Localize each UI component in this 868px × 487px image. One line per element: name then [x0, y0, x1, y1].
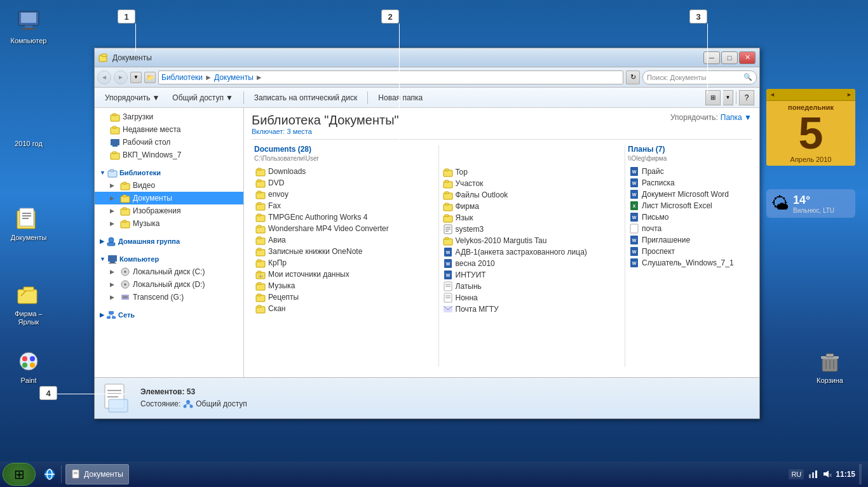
file-item[interactable]: TMPGEnc Authoring Works 4 — [254, 211, 436, 223]
svg-point-15 — [22, 363, 27, 368]
file-item[interactable]: Нонна — [442, 292, 623, 304]
refresh-button[interactable]: ↻ — [626, 70, 640, 84]
file-item[interactable]: W Слушатель_Windows_7_1 — [628, 257, 749, 269]
maximize-button[interactable]: □ — [721, 51, 738, 64]
burn-button[interactable]: Записать на оптический диск — [249, 90, 363, 105]
desktop-icon-firma[interactable]: Фирма – Ярлык — [3, 279, 54, 329]
desktop-icon-paint[interactable]: Paint — [3, 346, 54, 387]
file-item[interactable]: W весна 2010 — [442, 258, 623, 269]
file-item[interactable]: db Мои источники данных — [254, 269, 436, 280]
svg-rect-47 — [109, 263, 116, 264]
breadcrumb-documents[interactable]: Документы — [214, 73, 254, 82]
desktop-icon-computer[interactable]: Компьютер — [3, 6, 54, 48]
language-indicator[interactable]: RU — [789, 469, 804, 479]
network-tray-icon — [808, 469, 818, 479]
dropdown-button[interactable]: ▼ — [130, 72, 142, 83]
sidebar-item-recent[interactable]: Недавние места — [95, 123, 243, 136]
taskbar: ⊞ Документы RU )))) 11:15 — [0, 462, 868, 487]
file-item[interactable]: почта — [628, 223, 749, 234]
desktop-icon-recycle[interactable]: Корзина — [804, 346, 855, 387]
file-item[interactable]: Латынь — [442, 281, 623, 292]
file-item[interactable]: envoy — [254, 189, 436, 200]
folder-icon — [443, 190, 453, 200]
file-item[interactable]: W Прайс — [628, 166, 749, 177]
help-button[interactable]: ? — [739, 90, 754, 105]
arrange-value[interactable]: Папка ▼ — [721, 113, 752, 122]
show-desktop-btn[interactable] — [859, 464, 862, 484]
view-arrow[interactable]: ▼ — [723, 90, 733, 105]
file-item[interactable]: W Документ Microsoft Word — [628, 189, 749, 200]
breadcrumb-icon[interactable]: 📁 — [144, 72, 156, 83]
file-item[interactable]: DVD — [254, 177, 436, 189]
file-item[interactable]: Файлы Outlook — [442, 189, 623, 201]
file-item[interactable]: system3 — [442, 223, 623, 235]
file-item[interactable]: Записные книжки OneNote — [254, 246, 436, 257]
file-item[interactable]: Музыка — [254, 280, 436, 291]
quick-launch-ie[interactable] — [41, 465, 58, 483]
file-item[interactable]: Язык — [442, 212, 623, 223]
search-icon: 🔍 — [743, 73, 752, 81]
calendar-widget[interactable]: ◄ ► понедельник 5 Апрель 2010 — [766, 89, 855, 166]
status-label: Состояние: — [140, 399, 180, 408]
file-item[interactable]: Top — [442, 166, 623, 178]
minimize-button[interactable]: ─ — [703, 51, 720, 64]
file-item[interactable]: X Лист Microsoft Excel — [628, 200, 749, 211]
file-item[interactable]: Fax — [254, 200, 436, 211]
file-item[interactable]: W ИНТУИТ — [442, 269, 623, 281]
sidebar-item-vkp[interactable]: ВКП_Windows_7 — [95, 149, 243, 161]
forward-button[interactable]: ► — [114, 70, 128, 84]
breadcrumb-libraries[interactable]: Библиотеки — [161, 73, 203, 82]
back-button[interactable]: ◄ — [97, 70, 111, 84]
sidebar-item-disk-d[interactable]: ▶ Локальный диск (D:) — [95, 278, 243, 291]
file-item[interactable]: Downloads — [254, 166, 436, 177]
file-item[interactable]: Velykos-2010 Margutis Tau — [442, 235, 623, 246]
folder-icon — [443, 213, 453, 223]
file-item[interactable]: Почта МГТУ — [442, 304, 623, 315]
file-item[interactable]: КрПр — [254, 257, 436, 269]
sidebar-item-documents[interactable]: ▶ Документы — [95, 192, 243, 204]
sidebar-item-video[interactable]: ▶ Видео — [95, 179, 243, 192]
file-item[interactable]: Авиа — [254, 234, 436, 246]
folder-icon — [255, 166, 266, 177]
file-item[interactable]: Рецепты — [254, 291, 436, 303]
explorer-window: Документы ─ □ ✕ ◄ ► ▼ 📁 Библиотеки ► Док… — [94, 48, 760, 419]
library-includes: Включает: 3 места — [252, 128, 399, 135]
file-item[interactable]: W Проспект — [628, 246, 749, 257]
sidebar-computer[interactable]: ▼ Компьютер — [95, 251, 243, 265]
file-item[interactable]: W АДВ-1(анкета застрахованного лица) — [442, 246, 623, 258]
file-item[interactable]: W Письмо — [628, 211, 749, 223]
file-item[interactable]: Скан — [254, 303, 436, 314]
address-bar[interactable]: Библиотеки ► Документы ► — [158, 70, 623, 84]
svg-rect-54 — [109, 311, 114, 314]
file-item[interactable]: Участок — [442, 178, 623, 189]
svg-rect-125 — [630, 224, 638, 233]
firma-label: Фирма – Ярлык — [6, 310, 51, 326]
sidebar-item-disk-c[interactable]: ▶ Локальный диск (C:) — [95, 265, 243, 278]
file-item[interactable]: W Расписка — [628, 177, 749, 189]
sidebar-libraries-header[interactable]: ▼ Библиотеки — [95, 165, 243, 179]
sidebar-item-music[interactable]: ▶ Музыка — [95, 217, 243, 230]
start-button[interactable]: ⊞ — [3, 463, 36, 486]
close-button[interactable]: ✕ — [739, 51, 756, 64]
file-item[interactable]: Wondershare MP4 Video Converter — [254, 223, 436, 234]
sidebar-item-transcend[interactable]: ▶ Transcend (G:) — [95, 291, 243, 304]
sidebar-item-desktop[interactable]: Рабочий стол — [95, 136, 243, 149]
sidebar-network[interactable]: ▶ Сеть — [95, 307, 243, 321]
organize-button[interactable]: Упорядочить ▼ — [100, 90, 165, 105]
sidebar-homegroup[interactable]: ▶ Домашняя группа — [95, 234, 243, 248]
includes-link[interactable]: 3 места — [287, 128, 311, 135]
file-item[interactable]: Фирма — [442, 201, 623, 212]
file-item[interactable]: W Приглашение — [628, 234, 749, 246]
explorer-icon — [98, 53, 109, 63]
taskbar-documents-btn[interactable]: Документы — [65, 464, 129, 484]
svg-rect-32 — [112, 152, 116, 154]
weather-widget[interactable]: 🌤 14° Вильнюс, LTU — [766, 189, 855, 218]
new-folder-button[interactable]: Новая папка — [373, 90, 428, 105]
sidebar-item-images[interactable]: ▶ Изображения — [95, 204, 243, 217]
desktop-icon-documents[interactable]: Документы — [3, 203, 54, 244]
sidebar-item-downloads[interactable]: Загрузки — [95, 110, 243, 123]
svg-rect-72 — [257, 237, 261, 239]
search-box[interactable]: Поиск: Документы 🔍 — [642, 70, 757, 84]
share-button[interactable]: Общий доступ ▼ — [167, 90, 238, 105]
svg-point-12 — [20, 352, 37, 370]
